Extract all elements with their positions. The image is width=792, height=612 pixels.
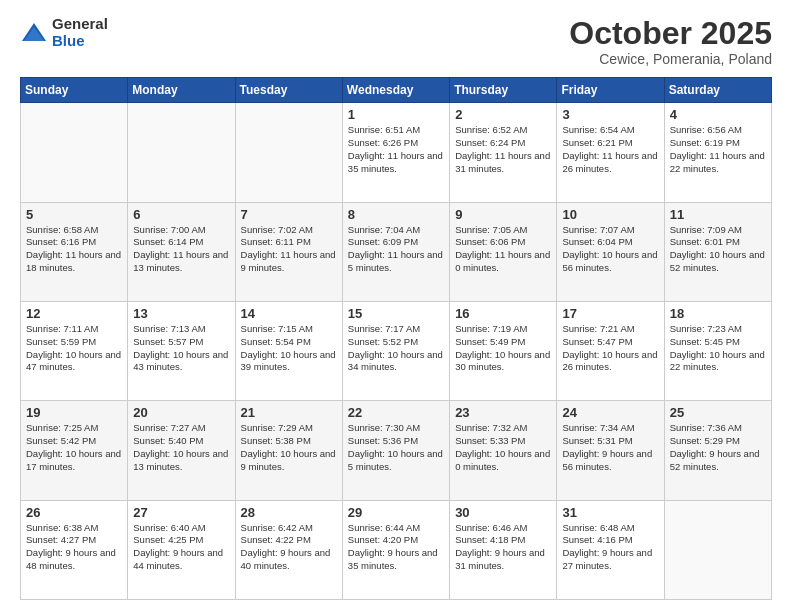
day-number-10: 10	[562, 207, 658, 222]
day-info-23: Sunrise: 7:32 AM Sunset: 5:33 PM Dayligh…	[455, 422, 551, 473]
day-info-21: Sunrise: 7:29 AM Sunset: 5:38 PM Dayligh…	[241, 422, 337, 473]
week-row-3: 12Sunrise: 7:11 AM Sunset: 5:59 PM Dayli…	[21, 301, 772, 400]
day-number-11: 11	[670, 207, 766, 222]
day-number-15: 15	[348, 306, 444, 321]
calendar-cell-3-6: 25Sunrise: 7:36 AM Sunset: 5:29 PM Dayli…	[664, 401, 771, 500]
day-number-26: 26	[26, 505, 122, 520]
day-number-13: 13	[133, 306, 229, 321]
calendar-cell-2-6: 18Sunrise: 7:23 AM Sunset: 5:45 PM Dayli…	[664, 301, 771, 400]
day-info-4: Sunrise: 6:56 AM Sunset: 6:19 PM Dayligh…	[670, 124, 766, 175]
logo: General Blue	[20, 16, 108, 49]
day-info-5: Sunrise: 6:58 AM Sunset: 6:16 PM Dayligh…	[26, 224, 122, 275]
day-info-24: Sunrise: 7:34 AM Sunset: 5:31 PM Dayligh…	[562, 422, 658, 473]
day-info-19: Sunrise: 7:25 AM Sunset: 5:42 PM Dayligh…	[26, 422, 122, 473]
day-number-21: 21	[241, 405, 337, 420]
calendar-cell-0-2	[235, 103, 342, 202]
calendar-cell-1-4: 9Sunrise: 7:05 AM Sunset: 6:06 PM Daylig…	[450, 202, 557, 301]
day-info-10: Sunrise: 7:07 AM Sunset: 6:04 PM Dayligh…	[562, 224, 658, 275]
day-info-31: Sunrise: 6:48 AM Sunset: 4:16 PM Dayligh…	[562, 522, 658, 573]
day-info-13: Sunrise: 7:13 AM Sunset: 5:57 PM Dayligh…	[133, 323, 229, 374]
calendar-table: Sunday Monday Tuesday Wednesday Thursday…	[20, 77, 772, 600]
calendar-cell-3-3: 22Sunrise: 7:30 AM Sunset: 5:36 PM Dayli…	[342, 401, 449, 500]
day-number-29: 29	[348, 505, 444, 520]
col-saturday: Saturday	[664, 78, 771, 103]
main-title: October 2025	[569, 16, 772, 51]
day-info-22: Sunrise: 7:30 AM Sunset: 5:36 PM Dayligh…	[348, 422, 444, 473]
day-number-6: 6	[133, 207, 229, 222]
calendar-cell-2-4: 16Sunrise: 7:19 AM Sunset: 5:49 PM Dayli…	[450, 301, 557, 400]
header: General Blue October 2025 Cewice, Pomera…	[20, 16, 772, 67]
day-info-26: Sunrise: 6:38 AM Sunset: 4:27 PM Dayligh…	[26, 522, 122, 573]
day-info-7: Sunrise: 7:02 AM Sunset: 6:11 PM Dayligh…	[241, 224, 337, 275]
logo-general: General	[52, 16, 108, 33]
day-info-2: Sunrise: 6:52 AM Sunset: 6:24 PM Dayligh…	[455, 124, 551, 175]
calendar-cell-1-6: 11Sunrise: 7:09 AM Sunset: 6:01 PM Dayli…	[664, 202, 771, 301]
calendar-cell-1-3: 8Sunrise: 7:04 AM Sunset: 6:09 PM Daylig…	[342, 202, 449, 301]
day-number-23: 23	[455, 405, 551, 420]
calendar-cell-0-5: 3Sunrise: 6:54 AM Sunset: 6:21 PM Daylig…	[557, 103, 664, 202]
day-info-29: Sunrise: 6:44 AM Sunset: 4:20 PM Dayligh…	[348, 522, 444, 573]
week-row-5: 26Sunrise: 6:38 AM Sunset: 4:27 PM Dayli…	[21, 500, 772, 599]
day-number-31: 31	[562, 505, 658, 520]
calendar-cell-2-0: 12Sunrise: 7:11 AM Sunset: 5:59 PM Dayli…	[21, 301, 128, 400]
day-info-1: Sunrise: 6:51 AM Sunset: 6:26 PM Dayligh…	[348, 124, 444, 175]
day-number-17: 17	[562, 306, 658, 321]
day-info-28: Sunrise: 6:42 AM Sunset: 4:22 PM Dayligh…	[241, 522, 337, 573]
day-info-15: Sunrise: 7:17 AM Sunset: 5:52 PM Dayligh…	[348, 323, 444, 374]
calendar-cell-4-3: 29Sunrise: 6:44 AM Sunset: 4:20 PM Dayli…	[342, 500, 449, 599]
calendar-cell-0-3: 1Sunrise: 6:51 AM Sunset: 6:26 PM Daylig…	[342, 103, 449, 202]
day-number-12: 12	[26, 306, 122, 321]
calendar-cell-3-2: 21Sunrise: 7:29 AM Sunset: 5:38 PM Dayli…	[235, 401, 342, 500]
col-monday: Monday	[128, 78, 235, 103]
calendar-cell-3-1: 20Sunrise: 7:27 AM Sunset: 5:40 PM Dayli…	[128, 401, 235, 500]
calendar-cell-2-5: 17Sunrise: 7:21 AM Sunset: 5:47 PM Dayli…	[557, 301, 664, 400]
calendar-cell-4-4: 30Sunrise: 6:46 AM Sunset: 4:18 PM Dayli…	[450, 500, 557, 599]
calendar-cell-4-1: 27Sunrise: 6:40 AM Sunset: 4:25 PM Dayli…	[128, 500, 235, 599]
col-friday: Friday	[557, 78, 664, 103]
calendar-cell-3-4: 23Sunrise: 7:32 AM Sunset: 5:33 PM Dayli…	[450, 401, 557, 500]
day-info-16: Sunrise: 7:19 AM Sunset: 5:49 PM Dayligh…	[455, 323, 551, 374]
calendar-cell-4-5: 31Sunrise: 6:48 AM Sunset: 4:16 PM Dayli…	[557, 500, 664, 599]
title-block: October 2025 Cewice, Pomerania, Poland	[569, 16, 772, 67]
page: General Blue October 2025 Cewice, Pomera…	[0, 0, 792, 612]
day-info-6: Sunrise: 7:00 AM Sunset: 6:14 PM Dayligh…	[133, 224, 229, 275]
week-row-2: 5Sunrise: 6:58 AM Sunset: 6:16 PM Daylig…	[21, 202, 772, 301]
day-number-7: 7	[241, 207, 337, 222]
calendar-cell-1-1: 6Sunrise: 7:00 AM Sunset: 6:14 PM Daylig…	[128, 202, 235, 301]
calendar-header-row: Sunday Monday Tuesday Wednesday Thursday…	[21, 78, 772, 103]
col-tuesday: Tuesday	[235, 78, 342, 103]
day-number-28: 28	[241, 505, 337, 520]
day-info-27: Sunrise: 6:40 AM Sunset: 4:25 PM Dayligh…	[133, 522, 229, 573]
calendar-cell-4-2: 28Sunrise: 6:42 AM Sunset: 4:22 PM Dayli…	[235, 500, 342, 599]
calendar-cell-3-5: 24Sunrise: 7:34 AM Sunset: 5:31 PM Dayli…	[557, 401, 664, 500]
day-number-14: 14	[241, 306, 337, 321]
day-info-17: Sunrise: 7:21 AM Sunset: 5:47 PM Dayligh…	[562, 323, 658, 374]
subtitle: Cewice, Pomerania, Poland	[569, 51, 772, 67]
col-sunday: Sunday	[21, 78, 128, 103]
day-number-9: 9	[455, 207, 551, 222]
week-row-4: 19Sunrise: 7:25 AM Sunset: 5:42 PM Dayli…	[21, 401, 772, 500]
day-number-2: 2	[455, 107, 551, 122]
logo-text: General Blue	[52, 16, 108, 49]
day-info-25: Sunrise: 7:36 AM Sunset: 5:29 PM Dayligh…	[670, 422, 766, 473]
day-number-16: 16	[455, 306, 551, 321]
calendar-cell-0-0	[21, 103, 128, 202]
logo-blue: Blue	[52, 33, 108, 50]
calendar-cell-0-6: 4Sunrise: 6:56 AM Sunset: 6:19 PM Daylig…	[664, 103, 771, 202]
day-info-14: Sunrise: 7:15 AM Sunset: 5:54 PM Dayligh…	[241, 323, 337, 374]
col-wednesday: Wednesday	[342, 78, 449, 103]
day-number-1: 1	[348, 107, 444, 122]
calendar-cell-2-3: 15Sunrise: 7:17 AM Sunset: 5:52 PM Dayli…	[342, 301, 449, 400]
week-row-1: 1Sunrise: 6:51 AM Sunset: 6:26 PM Daylig…	[21, 103, 772, 202]
day-number-18: 18	[670, 306, 766, 321]
day-number-25: 25	[670, 405, 766, 420]
day-info-18: Sunrise: 7:23 AM Sunset: 5:45 PM Dayligh…	[670, 323, 766, 374]
day-number-8: 8	[348, 207, 444, 222]
day-number-22: 22	[348, 405, 444, 420]
logo-icon	[20, 19, 48, 47]
day-number-19: 19	[26, 405, 122, 420]
day-info-9: Sunrise: 7:05 AM Sunset: 6:06 PM Dayligh…	[455, 224, 551, 275]
col-thursday: Thursday	[450, 78, 557, 103]
calendar-cell-1-2: 7Sunrise: 7:02 AM Sunset: 6:11 PM Daylig…	[235, 202, 342, 301]
day-info-30: Sunrise: 6:46 AM Sunset: 4:18 PM Dayligh…	[455, 522, 551, 573]
